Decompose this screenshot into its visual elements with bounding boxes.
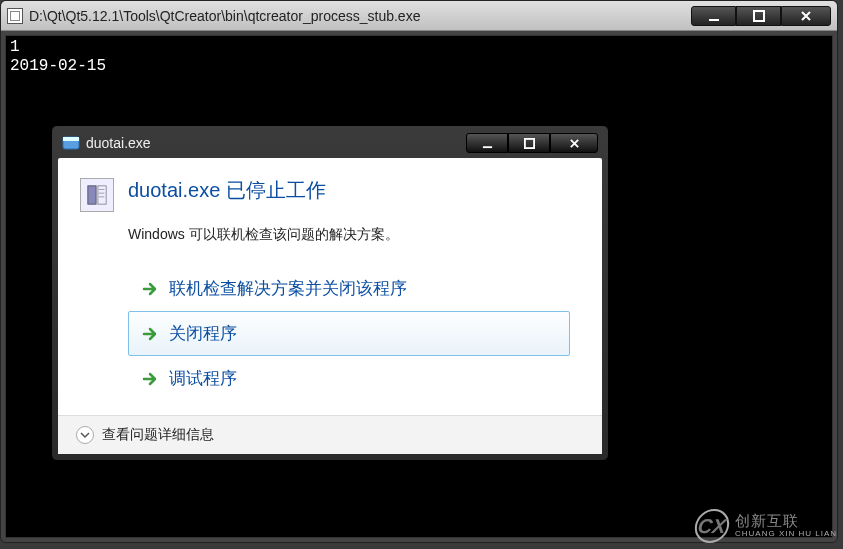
console-title: D:\Qt\Qt5.12.1\Tools\QtCreator\bin\qtcre…: [29, 8, 691, 24]
chevron-down-icon: [76, 426, 94, 444]
details-label: 查看问题详细信息: [102, 426, 214, 444]
dialog-header: duotai.exe 已停止工作: [80, 178, 580, 212]
watermark-en: CHUANG XIN HU LIAN: [735, 530, 837, 539]
action-debug-program[interactable]: 调试程序: [128, 356, 570, 401]
maximize-button[interactable]: [736, 6, 781, 26]
maximize-icon: [753, 10, 765, 22]
svg-rect-7: [98, 186, 106, 204]
action-list: 联机检查解决方案并关闭该程序 关闭程序 调试程序: [128, 266, 570, 401]
watermark-text: 创新互联 CHUANG XIN HU LIAN: [735, 513, 837, 538]
action-label: 联机检查解决方案并关闭该程序: [169, 277, 407, 300]
arrow-right-icon: [141, 280, 159, 298]
arrow-right-icon: [141, 325, 159, 343]
watermark: CX 创新互联 CHUANG XIN HU LIAN: [695, 509, 837, 543]
dialog-titlebar[interactable]: duotai.exe: [58, 132, 602, 158]
window-controls: [691, 6, 831, 26]
dialog-main: duotai.exe 已停止工作 Windows 可以联机检查该问题的解决方案。…: [58, 158, 602, 415]
arrow-right-icon: [141, 370, 159, 388]
svg-rect-3: [63, 137, 79, 141]
dialog-title: duotai.exe: [86, 135, 466, 151]
close-icon: [569, 138, 580, 149]
svg-rect-0: [709, 19, 719, 21]
console-line: 1: [10, 38, 828, 57]
dialog-app-icon: [62, 134, 80, 152]
minimize-icon: [482, 138, 493, 149]
maximize-icon: [524, 138, 535, 149]
watermark-cn: 创新互联: [735, 513, 837, 530]
console-titlebar[interactable]: D:\Qt\Qt5.12.1\Tools\QtCreator\bin\qtcre…: [1, 1, 837, 31]
dialog-body: duotai.exe 已停止工作 Windows 可以联机检查该问题的解决方案。…: [58, 158, 602, 454]
svg-rect-5: [524, 138, 533, 147]
svg-rect-6: [88, 186, 96, 204]
minimize-icon: [708, 10, 720, 22]
dialog-subtext: Windows 可以联机检查该问题的解决方案。: [128, 226, 580, 244]
app-console-icon: [7, 8, 23, 24]
close-button[interactable]: [781, 6, 831, 26]
details-toggle[interactable]: 查看问题详细信息: [58, 415, 602, 454]
action-label: 调试程序: [169, 367, 237, 390]
dialog-minimize-button[interactable]: [466, 133, 508, 153]
action-check-online[interactable]: 联机检查解决方案并关闭该程序: [128, 266, 570, 311]
dialog-maximize-button[interactable]: [508, 133, 550, 153]
dialog-window-controls: [466, 133, 598, 153]
svg-rect-4: [482, 146, 491, 148]
watermark-logo-icon: CX: [693, 509, 732, 543]
console-line: 2019-02-15: [10, 57, 828, 76]
action-label: 关闭程序: [169, 322, 237, 345]
close-icon: [800, 10, 812, 22]
action-close-program[interactable]: 关闭程序: [128, 311, 570, 356]
dialog-close-button[interactable]: [550, 133, 598, 153]
crash-dialog: duotai.exe duotai.exe 已停止工作 Windows 可以联机…: [51, 125, 609, 461]
dialog-heading: duotai.exe 已停止工作: [128, 178, 326, 202]
program-icon: [80, 178, 114, 212]
minimize-button[interactable]: [691, 6, 736, 26]
svg-rect-1: [754, 11, 764, 21]
